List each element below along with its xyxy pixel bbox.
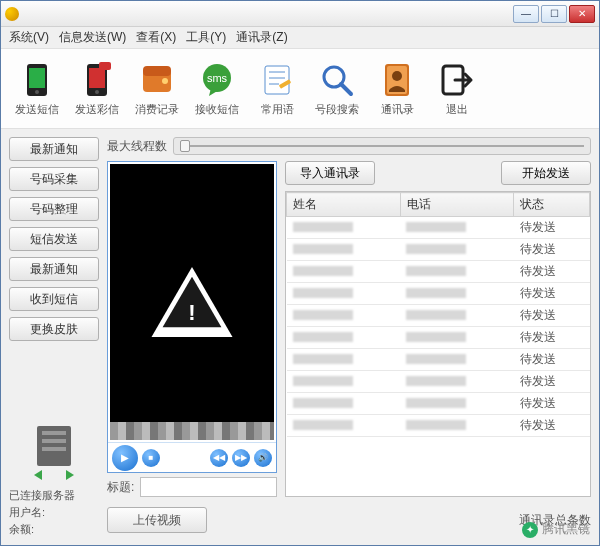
tool-phone-red[interactable]: 发送彩信 <box>71 60 123 117</box>
cell-status: 待发送 <box>514 327 590 349</box>
notepad-icon <box>257 60 297 100</box>
table-row[interactable]: 待发送 <box>287 239 590 261</box>
svg-line-18 <box>341 84 351 94</box>
sidebar-btn-5[interactable]: 收到短信 <box>9 287 99 311</box>
cell-name <box>287 283 401 305</box>
cell-name <box>287 349 401 371</box>
svg-rect-4 <box>89 68 105 88</box>
video-preview: ! ▶ ■ ◀◀ ▶▶ 🔊 <box>107 161 277 473</box>
volume-button[interactable]: 🔊 <box>254 449 272 467</box>
minimize-button[interactable]: — <box>513 5 539 23</box>
svg-rect-12 <box>265 66 289 94</box>
server-status <box>9 426 99 482</box>
sidebar-btn-4[interactable]: 最新通知 <box>9 257 99 281</box>
menu-send[interactable]: 信息发送(W) <box>59 29 126 46</box>
cell-phone <box>400 349 514 371</box>
sms-bubble-icon: sms <box>197 60 237 100</box>
col-name[interactable]: 姓名 <box>287 193 401 217</box>
tool-exit[interactable]: 退出 <box>431 60 483 117</box>
tool-label: 号段搜索 <box>315 102 359 117</box>
cell-phone <box>400 371 514 393</box>
next-button[interactable]: ▶▶ <box>232 449 250 467</box>
tool-label: 接收短信 <box>195 102 239 117</box>
tool-magnifier[interactable]: 号段搜索 <box>311 60 363 117</box>
cell-phone <box>400 283 514 305</box>
svg-point-9 <box>162 78 168 84</box>
maximize-button[interactable]: ☐ <box>541 5 567 23</box>
sidebar-btn-2[interactable]: 号码整理 <box>9 197 99 221</box>
table-row[interactable]: 待发送 <box>287 283 590 305</box>
menu-tools[interactable]: 工具(Y) <box>186 29 226 46</box>
total-contacts-label: 通讯录总条数 <box>519 512 591 529</box>
table-row[interactable]: 待发送 <box>287 305 590 327</box>
tool-label: 发送短信 <box>15 102 59 117</box>
import-contacts-button[interactable]: 导入通讯录 <box>285 161 375 185</box>
cell-status: 待发送 <box>514 305 590 327</box>
cell-status: 待发送 <box>514 283 590 305</box>
app-icon <box>5 7 19 21</box>
tool-phone-green[interactable]: 发送短信 <box>11 60 63 117</box>
video-controls: ▶ ■ ◀◀ ▶▶ 🔊 <box>108 442 276 472</box>
prev-button[interactable]: ◀◀ <box>210 449 228 467</box>
cell-name <box>287 415 401 437</box>
table-row[interactable]: 待发送 <box>287 415 590 437</box>
cell-status: 待发送 <box>514 371 590 393</box>
table-row[interactable]: 待发送 <box>287 371 590 393</box>
tool-label: 发送彩信 <box>75 102 119 117</box>
title-label: 标题: <box>107 479 134 496</box>
threads-label: 最大线程数 <box>107 138 167 155</box>
cell-status: 待发送 <box>514 217 590 239</box>
upload-video-button[interactable]: 上传视频 <box>107 507 207 533</box>
cell-status: 待发送 <box>514 239 590 261</box>
cell-phone <box>400 327 514 349</box>
cell-name <box>287 217 401 239</box>
cell-name <box>287 393 401 415</box>
cell-status: 待发送 <box>514 415 590 437</box>
cell-name <box>287 371 401 393</box>
contacts-table[interactable]: 姓名 电话 状态 待发送待发送待发送待发送待发送待发送待发送待发送待发送待发送 <box>285 191 591 497</box>
play-button[interactable]: ▶ <box>112 445 138 471</box>
col-status[interactable]: 状态 <box>514 193 590 217</box>
tool-label: 常用语 <box>261 102 294 117</box>
threads-slider[interactable] <box>173 137 591 155</box>
start-send-button[interactable]: 开始发送 <box>501 161 591 185</box>
phone-red-icon <box>77 60 117 100</box>
menu-view[interactable]: 查看(X) <box>136 29 176 46</box>
sidebar-btn-3[interactable]: 短信发送 <box>9 227 99 251</box>
stop-button[interactable]: ■ <box>142 449 160 467</box>
tool-wallet[interactable]: 消费记录 <box>131 60 183 117</box>
sidebar-btn-6[interactable]: 更换皮肤 <box>9 317 99 341</box>
phone-green-icon <box>17 60 57 100</box>
exit-icon <box>437 60 477 100</box>
cell-name <box>287 261 401 283</box>
menu-system[interactable]: 系统(V) <box>9 29 49 46</box>
close-button[interactable]: ✕ <box>569 5 595 23</box>
cell-phone <box>400 415 514 437</box>
tool-notepad[interactable]: 常用语 <box>251 60 303 117</box>
sidebar: 最新通知号码采集号码整理短信发送最新通知收到短信更换皮肤 已连接服务器 用户名:… <box>9 137 99 537</box>
svg-point-2 <box>35 90 39 94</box>
tool-label: 消费记录 <box>135 102 179 117</box>
tool-sms-bubble[interactable]: sms接收短信 <box>191 60 243 117</box>
table-row[interactable]: 待发送 <box>287 261 590 283</box>
menubar: 系统(V) 信息发送(W) 查看(X) 工具(Y) 通讯录(Z) <box>1 27 599 49</box>
table-row[interactable]: 待发送 <box>287 393 590 415</box>
server-status-label: 已连接服务器 <box>9 488 99 503</box>
svg-rect-6 <box>99 62 111 70</box>
tool-contact-book[interactable]: 通讯录 <box>371 60 423 117</box>
sidebar-btn-1[interactable]: 号码采集 <box>9 167 99 191</box>
balance-label: 余额: <box>9 522 99 537</box>
table-row[interactable]: 待发送 <box>287 217 590 239</box>
menu-contacts[interactable]: 通讯录(Z) <box>236 29 287 46</box>
title-input[interactable] <box>140 477 277 497</box>
app-window: — ☐ ✕ 系统(V) 信息发送(W) 查看(X) 工具(Y) 通讯录(Z) 发… <box>0 0 600 546</box>
col-phone[interactable]: 电话 <box>400 193 514 217</box>
cell-name <box>287 327 401 349</box>
cell-phone <box>400 261 514 283</box>
magnifier-icon <box>317 60 357 100</box>
warning-icon: ! <box>147 263 237 341</box>
table-row[interactable]: 待发送 <box>287 327 590 349</box>
table-row[interactable]: 待发送 <box>287 349 590 371</box>
sidebar-btn-0[interactable]: 最新通知 <box>9 137 99 161</box>
svg-rect-1 <box>29 68 45 88</box>
